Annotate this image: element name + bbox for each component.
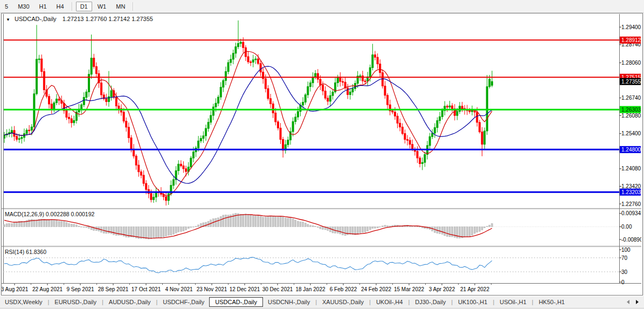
- candle-body: [452, 106, 453, 109]
- candle-body: [407, 140, 408, 140]
- candle-body: [250, 62, 252, 63]
- candle-body: [312, 77, 314, 83]
- tab-scroll-arrows: [627, 300, 644, 304]
- tab-scroll-right-button[interactable]: [636, 300, 639, 304]
- candle-body: [352, 88, 354, 92]
- tab-dj30-daily[interactable]: DJ30-,Daily: [410, 298, 451, 306]
- price-axis-label: 1.22760: [621, 201, 641, 207]
- macd-histogram-bar: [367, 227, 369, 231]
- candle-body: [198, 141, 199, 148]
- tab-xauusd-daily[interactable]: XAUUSD-,Daily: [317, 298, 369, 306]
- candle-body: [392, 111, 393, 112]
- timeframe-button-5[interactable]: 5: [1, 2, 12, 11]
- timeframe-button-w1[interactable]: W1: [93, 2, 111, 11]
- candle-body: [394, 112, 396, 116]
- level-badge-label: 1.28912: [621, 37, 641, 43]
- macd-histogram-bar: [257, 216, 259, 227]
- time-axis-label: 28 Sep 2021: [98, 286, 129, 292]
- tab-audusd-daily[interactable]: AUDUSD-,Daily: [104, 298, 156, 306]
- macd-histogram-bar: [220, 216, 221, 226]
- macd-histogram-bar: [464, 227, 466, 237]
- macd-histogram-bar: [49, 220, 50, 227]
- candle-body: [479, 122, 480, 132]
- macd-histogram-bar: [68, 223, 70, 226]
- chart-plot-area[interactable]: [3, 14, 619, 283]
- candle-body: [384, 86, 386, 95]
- timeframe-button-mn[interactable]: MN: [112, 2, 129, 11]
- candle-body: [399, 123, 401, 127]
- macd-histogram-bar: [200, 223, 202, 226]
- tab-usoil-h1[interactable]: USOil-,H1: [495, 298, 531, 306]
- tab-scroll-left-button[interactable]: [627, 300, 629, 304]
- dropdown-arrow-icon[interactable]: ▼: [6, 17, 10, 22]
- candle-body: [317, 73, 318, 79]
- time-axis[interactable]: 3 Aug 202122 Aug 20219 Sep 202128 Sep 20…: [2, 284, 491, 292]
- macd-histogram-bar: [309, 225, 311, 227]
- macd-histogram-bar: [280, 216, 281, 226]
- candle-body: [474, 111, 475, 112]
- candle-body: [337, 77, 338, 83]
- macd-histogram-bar: [484, 227, 486, 228]
- macd-histogram-bar: [262, 217, 264, 227]
- chart-window: ▼ USDCAD-,Daily 1.27213 1.27760 1.27142 …: [1, 13, 643, 296]
- macd-histogram-bar: [172, 227, 174, 235]
- candle-body: [434, 128, 435, 133]
- tab-hk50-h1[interactable]: HK50-,H1: [534, 298, 570, 306]
- timeframe-button-d1[interactable]: D1: [76, 2, 92, 11]
- tab-usdx-weekly[interactable]: USDX,Weekly: [0, 298, 47, 306]
- price-axis[interactable]: 1.294001.287401.280601.267401.260801.254…: [619, 24, 641, 285]
- candle-body: [272, 104, 274, 113]
- timeframe-button-h4[interactable]: H4: [52, 2, 68, 11]
- candle-body: [130, 138, 132, 149]
- candle-body: [377, 57, 378, 64]
- macd-histogram-bar: [13, 223, 15, 226]
- time-axis-label: 18 Jan 2022: [295, 286, 325, 292]
- price-axis-label: 1.24080: [621, 166, 641, 171]
- tab-usdcnh-daily[interactable]: USDCNH-,Daily: [263, 298, 315, 306]
- macd-histogram-bar: [9, 223, 10, 226]
- macd-histogram-bar: [439, 227, 441, 234]
- candle-body: [230, 59, 232, 63]
- macd-histogram-bar: [185, 227, 187, 230]
- toolbar-separator: [72, 2, 73, 11]
- time-axis-label: 21 Apr 2022: [460, 286, 489, 292]
- timeframe-button-h1[interactable]: H1: [35, 2, 51, 11]
- candle-body: [185, 169, 187, 171]
- macd-histogram-bar: [357, 227, 358, 234]
- rsi-axis-label: 0: [621, 279, 625, 285]
- candle-body: [307, 87, 309, 95]
- tab-eurusd-daily[interactable]: EURUSD-,Daily: [50, 298, 101, 306]
- tab-ukoil-h4[interactable]: UKOil-,H4: [371, 298, 408, 306]
- tab-uk100-h1[interactable]: UK100-,H1: [453, 298, 492, 306]
- macd-histogram-bar: [472, 227, 473, 236]
- macd-histogram-bar: [175, 227, 177, 234]
- candle-body: [43, 72, 45, 90]
- macd-histogram-bar: [86, 227, 87, 228]
- price-axis-label: 1.26080: [621, 113, 641, 119]
- candle-body: [123, 112, 124, 121]
- macd-histogram-bar: [349, 227, 351, 235]
- macd-histogram-bar: [155, 227, 157, 238]
- candle-body: [257, 59, 259, 64]
- macd-histogram-bar: [110, 227, 112, 234]
- macd-histogram-bar: [389, 226, 391, 227]
- macd-histogram-bar: [441, 227, 443, 235]
- chart-canvas[interactable]: 1.294001.287401.280601.267401.260801.254…: [2, 13, 641, 294]
- time-axis-label: 12 Dec 2021: [230, 286, 260, 292]
- macd-histogram-bar: [272, 216, 274, 227]
- macd-histogram-bar: [133, 227, 135, 237]
- macd-histogram-bar: [178, 227, 179, 232]
- timeframe-button-m30[interactable]: M30: [13, 2, 33, 11]
- candle-body: [369, 67, 371, 77]
- macd-label: MACD(12,26,9) 0.002288 0.000192: [5, 211, 94, 217]
- candle-body: [429, 136, 431, 146]
- chart-symbol-label: USDCAD-,Daily: [15, 16, 57, 22]
- macd-histogram-bar: [275, 216, 276, 226]
- candle-body: [108, 97, 109, 101]
- candle-body: [223, 80, 224, 87]
- candle-body: [324, 91, 326, 98]
- tab-usdchf-daily[interactable]: USDCHF-,Daily: [158, 298, 209, 306]
- tab-usdcad-daily[interactable]: USDCAD-,Daily: [209, 297, 263, 307]
- candle-body: [172, 180, 174, 186]
- candle-body: [71, 119, 72, 123]
